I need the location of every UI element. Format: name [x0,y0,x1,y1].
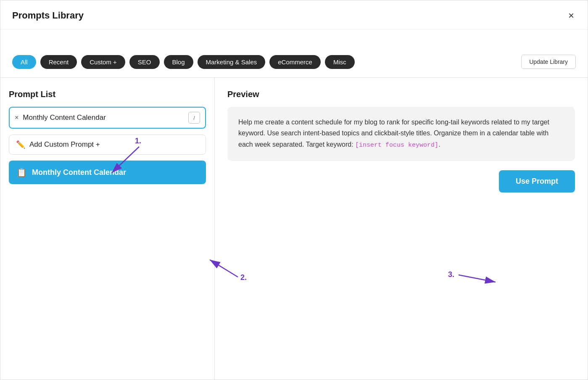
active-prompt-item[interactable]: 📋 Monthly Content Calendar [9,161,206,184]
filter-chip-custom[interactable]: Custom + [81,55,125,69]
active-prompt-label: Monthly Content Calendar [32,168,126,177]
edit-icon[interactable]: / [188,112,200,124]
prompt-list-title: Prompt List [9,90,206,99]
filter-chip-blog[interactable]: Blog [164,55,193,69]
main-content: Prompt List × Monthly Content Calendar /… [0,77,588,380]
pencil-icon: ✏️ [16,140,25,149]
left-panel: Prompt List × Monthly Content Calendar /… [0,78,215,380]
filter-chip-ecommerce[interactable]: eCommerce [269,55,321,69]
filter-chip-recent[interactable]: Recent [40,55,77,69]
close-button[interactable]: × [567,9,576,22]
preview-title: Preview [227,90,575,99]
modal-container: Prompts Library × All Recent Custom + SE… [0,0,588,380]
filter-chip-misc[interactable]: Misc [325,55,355,69]
add-custom-label: Add Custom Prompt + [29,140,100,149]
right-panel: Preview Help me create a content schedul… [215,78,588,380]
use-prompt-button[interactable]: Use Prompt [499,170,575,193]
update-library-button[interactable]: Update Library [521,55,576,69]
filter-chip-marketing[interactable]: Marketing & Sales [198,55,266,69]
filter-chip-seo[interactable]: SEO [129,55,160,69]
filter-chip-all[interactable]: All [12,55,36,69]
preview-box: Help me create a content schedule for my… [227,107,575,161]
search-value: Monthly Content Calendar [23,113,184,122]
modal-header: Prompts Library × [0,0,588,29]
add-custom-prompt-button[interactable]: ✏️ Add Custom Prompt + [9,135,206,155]
modal-title: Prompts Library [12,10,84,21]
filter-bar: All Recent Custom + SEO Blog Marketing &… [0,29,588,77]
prompt-item-icon: 📋 [16,167,27,177]
preview-highlight: [insert focus keyword] [355,142,438,149]
search-row[interactable]: × Monthly Content Calendar / [9,107,206,129]
clear-icon[interactable]: × [15,114,18,121]
preview-text-after: . [438,141,440,148]
